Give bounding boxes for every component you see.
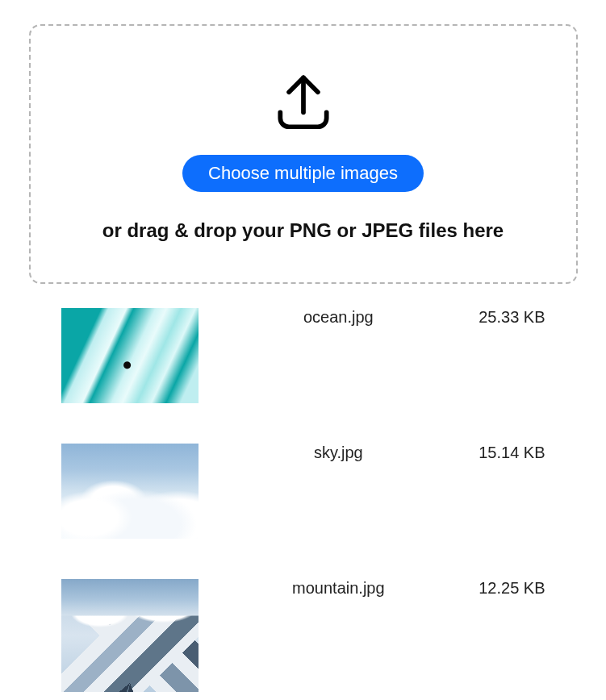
file-row: mountain.jpg 12.25 KB (61, 579, 545, 692)
file-thumbnail (61, 444, 199, 539)
file-thumbnail (61, 308, 199, 403)
file-row: ocean.jpg 25.33 KB (61, 308, 545, 403)
dropzone-hint: or drag & drop your PNG or JPEG files he… (47, 219, 560, 242)
file-row: sky.jpg 15.14 KB (61, 444, 545, 539)
file-size: 15.14 KB (479, 444, 545, 462)
choose-images-button[interactable]: Choose multiple images (182, 155, 424, 192)
file-size: 25.33 KB (479, 308, 545, 327)
file-size: 12.25 KB (479, 579, 545, 598)
upload-icon (269, 66, 338, 139)
upload-dropzone[interactable]: Choose multiple images or drag & drop yo… (29, 24, 578, 284)
file-name: sky.jpg (215, 444, 463, 462)
file-thumbnail (61, 579, 199, 692)
file-list: ocean.jpg 25.33 KB sky.jpg 15.14 KB moun… (61, 308, 545, 692)
file-name: ocean.jpg (215, 308, 463, 327)
file-name: mountain.jpg (215, 579, 463, 598)
